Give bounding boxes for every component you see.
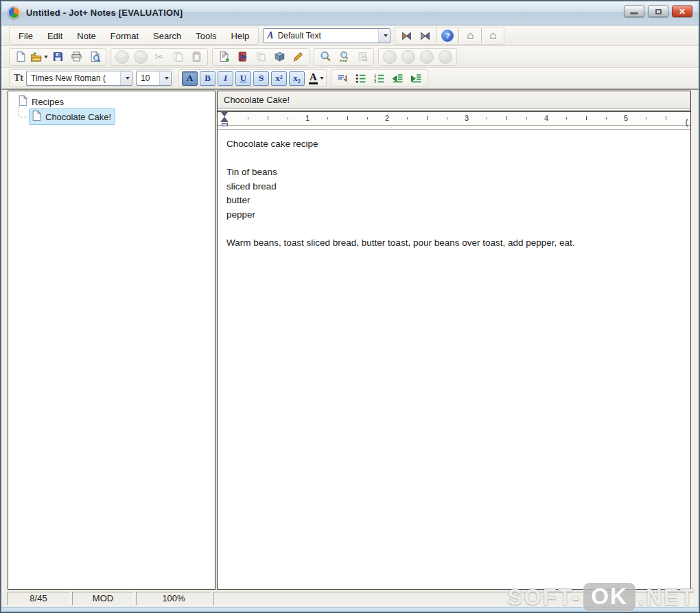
superscript-button[interactable]: x² [271, 71, 287, 86]
web-site-button[interactable]: ⌂ [484, 27, 502, 44]
undo-button[interactable]: ↶ [113, 49, 131, 65]
left-indent-marker[interactable] [222, 123, 228, 126]
open-folder-icon [30, 51, 42, 62]
print-button[interactable] [67, 49, 85, 65]
first-line-indent-marker[interactable] [220, 111, 229, 117]
pen-icon [292, 51, 304, 62]
cut-button[interactable]: ✂ [150, 49, 168, 65]
find-button[interactable] [316, 49, 334, 65]
svg-text:3: 3 [374, 80, 376, 84]
toolbar-group: n+e [314, 48, 374, 66]
cube-icon [274, 51, 285, 62]
menu-file[interactable]: File [12, 28, 40, 44]
toolbar-group: ↶↷✂ [110, 48, 208, 66]
ruler-tick [347, 116, 348, 120]
nav-up-button[interactable]: ↑ [381, 49, 399, 65]
apply-style-button[interactable] [397, 27, 415, 44]
window-frame-bottom [1, 607, 699, 612]
style-combo[interactable]: A Default Text [263, 28, 390, 43]
font-name-dropdown[interactable] [120, 71, 132, 85]
underline-button[interactable]: U [235, 71, 251, 86]
highlighter-pen-button[interactable] [289, 49, 307, 65]
font-color-dropdown-icon[interactable] [320, 77, 324, 80]
main-toolbar-row: ↶↷✂n+e↑↓←→ [1, 46, 699, 68]
italic-button[interactable]: I [218, 71, 233, 86]
magnifier-icon [320, 51, 331, 62]
note-text-line: sliced bread [226, 180, 684, 194]
font-color-a-icon: A [309, 72, 318, 85]
title-bar[interactable]: Untitled - Jot+ Notes [EVALUATION] ✕ [1, 1, 699, 25]
redo-button[interactable]: ↷ [132, 49, 150, 65]
format-toolbar-row: Tt Times New Roman ( 10 ABIUSx²x₂A 123 [1, 68, 699, 90]
open-file-button[interactable] [30, 49, 48, 65]
strikethrough-button[interactable]: S [253, 71, 269, 86]
style-combo-value: Default Text [274, 31, 379, 41]
duplicate-note-button[interactable] [252, 49, 270, 65]
tree-item[interactable]: Recipes [10, 94, 213, 109]
find-in-notes-button[interactable]: n+e [335, 49, 353, 65]
print-preview-button[interactable] [86, 49, 104, 65]
circle-icon: ↑ [383, 50, 397, 64]
attachments-button[interactable] [270, 49, 288, 65]
add-note-button[interactable] [215, 49, 233, 65]
font-size-combo[interactable]: 10 [136, 71, 172, 86]
circle-icon: ← [420, 50, 434, 64]
menu-search[interactable]: Search [146, 28, 188, 44]
note-tree-panel[interactable]: RecipesChocolate Cake! [8, 91, 215, 590]
increase-indent-button[interactable] [408, 70, 425, 86]
preview-icon [89, 51, 101, 62]
style-combo-dropdown[interactable] [378, 29, 390, 43]
tree-item[interactable]: Chocolate Cake! [10, 109, 213, 124]
font-name-combo[interactable]: Times New Roman ( [26, 71, 132, 86]
copy-button[interactable] [169, 49, 187, 65]
nav-forward-button[interactable]: → [436, 49, 454, 65]
note-book-icon [237, 51, 248, 62]
paragraph-format-button[interactable] [334, 70, 351, 86]
home-page-button[interactable]: ⌂ [461, 27, 479, 44]
dropdown-caret-icon[interactable] [44, 56, 48, 58]
status-modified-flag: MOD [72, 592, 134, 605]
status-note-position: 8/45 [7, 592, 70, 605]
menu-format[interactable]: Format [104, 28, 145, 44]
menu-help[interactable]: Help [224, 28, 257, 44]
note-text-line: pepper [226, 208, 684, 222]
font-color-button[interactable]: A [309, 72, 324, 85]
ruler-tick [526, 117, 527, 119]
right-margin-marker[interactable]: ⟨ [685, 117, 688, 128]
paste-button[interactable] [187, 49, 205, 65]
tree-item-label: Chocolate Cake! [45, 112, 111, 122]
decrease-indent-button[interactable] [389, 70, 407, 86]
note-properties-button[interactable] [233, 49, 251, 65]
nav-back-button[interactable]: ← [418, 49, 436, 65]
numbered-list-button[interactable]: 123 [371, 70, 388, 86]
font-size-dropdown[interactable] [159, 71, 171, 85]
subscript-button[interactable]: x₂ [289, 71, 305, 86]
nav-down-button[interactable]: ↓ [399, 49, 417, 65]
replace-icon [357, 51, 369, 62]
bullet-list-button[interactable] [352, 70, 370, 86]
ruler-tick [666, 116, 666, 120]
maximize-button[interactable] [648, 5, 668, 17]
menu-tools[interactable]: Tools [189, 28, 223, 44]
note-text-line: Tin of beans [226, 165, 684, 180]
ruler-number: 1 [305, 114, 310, 122]
update-style-button[interactable] [416, 27, 434, 44]
font-dialog-button[interactable]: A [182, 71, 198, 86]
save-file-button[interactable] [49, 49, 67, 65]
toolbar-group [9, 48, 106, 66]
find-replace-button[interactable] [353, 49, 371, 65]
note-editor[interactable]: Chocolate cake recipe Tin of beanssliced… [218, 130, 690, 589]
ruler-number: 3 [465, 114, 469, 122]
menu-note[interactable]: Note [70, 28, 102, 44]
circle-icon: ↓ [401, 50, 415, 64]
ruler-tick [327, 117, 328, 119]
help-button[interactable]: ? [439, 27, 456, 44]
minimize-button[interactable] [624, 5, 644, 17]
new-file-button[interactable] [12, 49, 30, 65]
ruler-tick [248, 117, 248, 119]
close-button[interactable]: ✕ [672, 5, 692, 17]
text-style-group: ABIUSx²x₂A [178, 69, 327, 87]
hanging-indent-marker[interactable] [220, 117, 229, 122]
bold-button[interactable]: B [200, 71, 215, 86]
menu-edit[interactable]: Edit [40, 28, 69, 44]
